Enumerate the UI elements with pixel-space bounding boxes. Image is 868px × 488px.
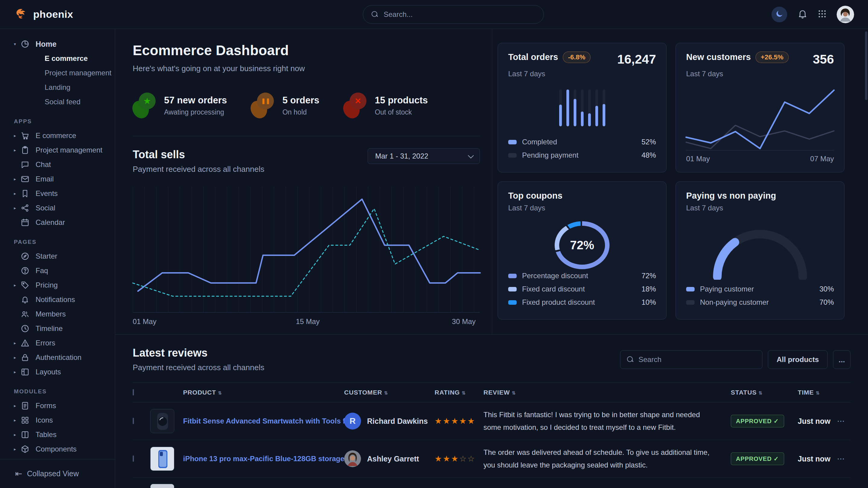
sidebar-item-social[interactable]: ▸Social — [14, 201, 115, 215]
sidebar-item-layouts[interactable]: ▸Layouts — [14, 365, 115, 379]
sidebar-item-project-management[interactable]: ▸Project management — [14, 143, 115, 157]
collapsed-view-toggle[interactable]: ⇤ Collapsed View — [0, 459, 115, 488]
paying-gauge-chart — [709, 225, 811, 280]
page-scrollbar[interactable] — [865, 31, 867, 100]
page-title: Ecommerce Dashboard — [133, 42, 480, 59]
stat-caption: Out of stock — [375, 108, 428, 116]
row-actions-button[interactable]: ⋯ — [837, 454, 845, 463]
reviews-subtitle: Payment received across all channels — [133, 363, 264, 372]
sidebar-item-social-feed[interactable]: Social feed — [44, 95, 115, 109]
legend-swatch-icon — [508, 153, 517, 158]
sidebar-item-label: Faq — [36, 266, 48, 275]
sidebar-item-label: Starter — [36, 252, 57, 260]
sort-icon: ⇅ — [758, 390, 763, 395]
total-orders-value: 16,247 — [617, 52, 656, 67]
sidebar-item-chat[interactable]: Chat — [14, 157, 115, 172]
latest-reviews-section: Latest reviews Payment received across a… — [115, 334, 868, 488]
sidebar-item-timeline[interactable]: Timeline — [14, 321, 115, 336]
product-thumbnail[interactable] — [150, 447, 174, 471]
global-search[interactable] — [363, 5, 544, 24]
sidebar-item-calendar[interactable]: Calendar — [14, 215, 115, 230]
card-period: Last 7 days — [686, 70, 834, 78]
row-checkbox[interactable] — [133, 455, 134, 462]
column-header-rating[interactable]: RATING⇅ — [435, 389, 484, 396]
sidebar-item-home[interactable]: ▾Home — [14, 37, 115, 51]
box-icon — [21, 445, 30, 454]
cart-icon — [21, 131, 30, 140]
review-time: Just now — [798, 417, 830, 425]
reviews-search[interactable] — [620, 350, 763, 369]
reviews-search-input[interactable] — [639, 355, 755, 364]
stat-caption: On hold — [282, 108, 319, 116]
brand-name: phoenix — [33, 8, 73, 20]
search-icon — [627, 356, 634, 363]
table-row: iPhone 13 pro max-Pacific Blue-128GB sto… — [133, 440, 850, 478]
sidebar-item-icons[interactable]: ▸Icons — [14, 413, 115, 427]
sidebar-section-label-pages: PAGES — [14, 239, 115, 246]
column-header-status[interactable]: STATUS⇅ — [731, 389, 798, 396]
sidebar-item-members[interactable]: Members — [14, 307, 115, 321]
notifications-button[interactable] — [798, 9, 808, 20]
sidebar-item-components[interactable]: ▸Components — [14, 442, 115, 456]
more-options-button[interactable]: ... — [833, 350, 850, 369]
apps-menu-button[interactable] — [818, 10, 826, 19]
bookmark-icon — [21, 189, 30, 198]
customer-cell[interactable]: RRichard Dawkins — [344, 413, 435, 429]
reviews-table-header: PRODUCT⇅CUSTOMER⇅RATING⇅REVIEW⇅STATUS⇅TI… — [133, 383, 850, 402]
order-bar — [574, 90, 576, 126]
email-icon — [21, 174, 30, 184]
product-thumbnail[interactable] — [150, 409, 174, 433]
orders-bar-chart — [559, 90, 605, 126]
all-products-button[interactable]: All products — [768, 350, 828, 369]
sidebar-item-landing[interactable]: Landing — [44, 80, 115, 95]
sidebar-item-faq[interactable]: Faq — [14, 263, 115, 278]
sidebar-item-label: Events — [36, 189, 58, 198]
sidebar-item-e-commerce[interactable]: E commerce — [44, 51, 115, 66]
card-title: Total orders — [508, 52, 558, 62]
reviews-table: PRODUCT⇅CUSTOMER⇅RATING⇅REVIEW⇅STATUS⇅TI… — [133, 383, 850, 488]
sidebar-item-events[interactable]: ▸Events — [14, 186, 115, 201]
caret-down-icon: ▾ — [14, 42, 21, 46]
card-period: Last 7 days — [686, 204, 834, 212]
product-link[interactable]: Fitbit Sense Advanced Smartwatch with To… — [183, 417, 365, 425]
sidebar-item-authentication[interactable]: ▸Authentication — [14, 350, 115, 365]
sidebar-item-starter[interactable]: Starter — [14, 249, 115, 263]
ecommerce-dashboard-app: phoenix — [0, 0, 868, 488]
column-header-customer[interactable]: CUSTOMER⇅ — [344, 389, 435, 396]
column-header-time[interactable]: TIME⇅ — [798, 389, 837, 396]
review-time: Just now — [798, 455, 830, 463]
sidebar-item-notifications[interactable]: Notifications — [14, 292, 115, 307]
sidebar-item-project-management[interactable]: Project management — [44, 66, 115, 80]
global-search-input[interactable] — [384, 10, 535, 19]
total-sells-chart — [133, 187, 480, 313]
brand-logo[interactable]: phoenix — [14, 7, 73, 22]
user-avatar[interactable] — [837, 6, 854, 23]
select-all-checkbox[interactable] — [133, 389, 134, 395]
sidebar-item-email[interactable]: ▸Email — [14, 172, 115, 186]
customer-cell[interactable]: Ashley Garrett — [344, 450, 435, 467]
legend-row: Paying customer30% — [686, 283, 834, 296]
column-header-product[interactable]: PRODUCT⇅ — [183, 389, 344, 396]
product-thumbnail[interactable] — [150, 484, 174, 488]
sort-icon: ⇅ — [512, 390, 516, 395]
caret-right-icon: ▸ — [14, 340, 21, 346]
sort-icon: ⇅ — [384, 390, 388, 395]
sidebar-item-tables[interactable]: ▸Tables — [14, 427, 115, 442]
sidebar-item-pricing[interactable]: ▸Pricing — [14, 278, 115, 292]
product-link[interactable]: iPhone 13 pro max-Pacific Blue-128GB sto… — [183, 455, 353, 463]
collapse-left-icon: ⇤ — [15, 469, 22, 479]
column-header-review[interactable]: REVIEW⇅ — [484, 389, 731, 396]
reviews-controls: All products ... — [620, 350, 850, 369]
sidebar-item-errors[interactable]: ▸Errors — [14, 336, 115, 350]
theme-toggle-button[interactable] — [772, 7, 787, 22]
sidebar-item-e-commerce[interactable]: ▸E commerce — [14, 128, 115, 143]
paying-card: Paying vs non paying Last 7 days Paying … — [676, 182, 844, 320]
legend-swatch-icon — [508, 287, 517, 291]
legend-value: 48% — [642, 151, 656, 159]
sidebar-nav: ▾HomeE commerceProject managementLanding… — [0, 29, 115, 459]
row-checkbox[interactable] — [133, 418, 134, 424]
date-range-select[interactable]: Mar 1 - 31, 2022 — [368, 148, 480, 164]
caret-right-icon: ▸ — [14, 418, 21, 423]
row-actions-button[interactable]: ⋯ — [837, 417, 845, 426]
sidebar-item-forms[interactable]: ▸Forms — [14, 398, 115, 413]
